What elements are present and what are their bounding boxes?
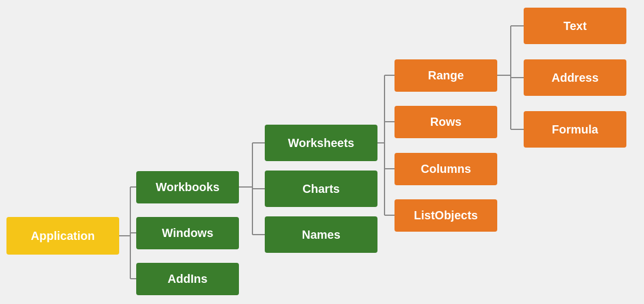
node-worksheets: Worksheets bbox=[265, 125, 377, 161]
node-text: Text bbox=[524, 8, 626, 44]
node-addins: AddIns bbox=[136, 263, 239, 295]
node-listobjects: ListObjects bbox=[395, 199, 497, 232]
diagram: Application Workbooks Windows AddIns Wor… bbox=[0, 0, 644, 304]
node-workbooks: Workbooks bbox=[136, 171, 239, 203]
node-range: Range bbox=[395, 59, 497, 92]
node-names: Names bbox=[265, 216, 377, 253]
node-columns: Columns bbox=[395, 153, 497, 185]
node-application: Application bbox=[6, 217, 119, 255]
node-formula: Formula bbox=[524, 111, 626, 148]
node-charts: Charts bbox=[265, 171, 377, 207]
node-rows: Rows bbox=[395, 106, 497, 138]
node-address: Address bbox=[524, 59, 626, 96]
node-windows: Windows bbox=[136, 217, 239, 249]
